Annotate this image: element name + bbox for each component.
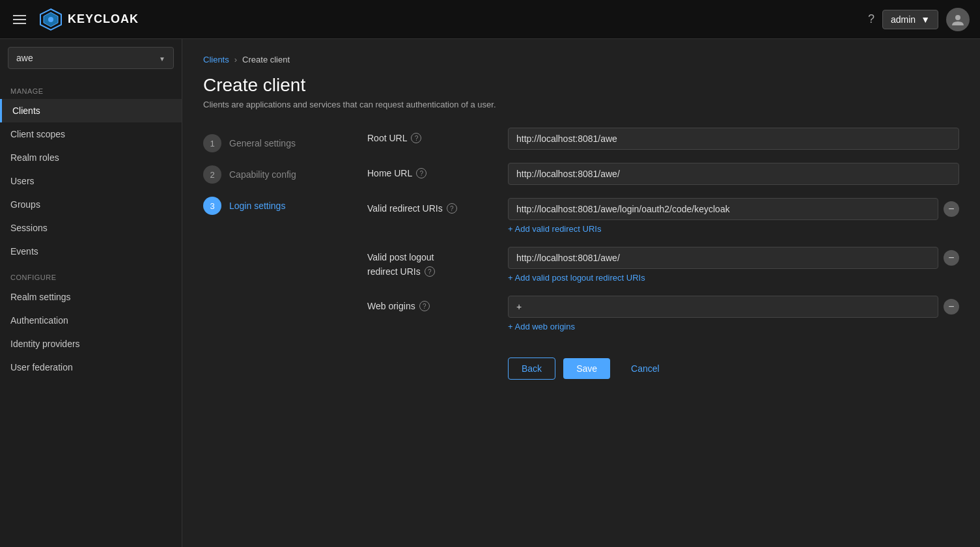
- sidebar-item-realm-roles[interactable]: Realm roles: [0, 146, 182, 169]
- form-container: 1 General settings 2 Capability config 3…: [203, 128, 959, 380]
- valid-redirect-input[interactable]: [508, 198, 938, 220]
- sidebar-item-events[interactable]: Events: [0, 240, 182, 263]
- layout: awe Manage Clients Client scopes Realm r…: [0, 39, 980, 547]
- root-url-row: Root URL ?: [367, 128, 959, 150]
- step-2[interactable]: 2 Capability config: [203, 159, 346, 190]
- hamburger-menu[interactable]: [10, 12, 29, 27]
- step-1-label: General settings: [229, 138, 296, 148]
- breadcrumb-separator: ›: [234, 55, 237, 64]
- sidebar: awe Manage Clients Client scopes Realm r…: [0, 39, 182, 547]
- valid-post-logout-controls: − + Add valid post logout redirect URIs: [508, 247, 959, 283]
- sidebar-item-authentication[interactable]: Authentication: [0, 309, 182, 332]
- admin-dropdown[interactable]: admin ▼: [882, 10, 938, 29]
- svg-point-3: [955, 15, 960, 20]
- realm-chevron-icon: [159, 53, 165, 63]
- button-row: Back Save Cancel: [367, 358, 959, 380]
- remove-web-origins-button[interactable]: −: [944, 299, 959, 315]
- sidebar-item-realm-settings[interactable]: Realm settings: [0, 285, 182, 309]
- home-url-help-icon[interactable]: ?: [416, 168, 427, 178]
- valid-redirect-controls: − + Add valid redirect URIs: [508, 198, 959, 234]
- remove-post-logout-button[interactable]: −: [944, 250, 959, 266]
- web-origins-input-row: −: [508, 296, 959, 318]
- realm-selector[interactable]: awe: [8, 47, 174, 69]
- valid-post-logout-input-row: −: [508, 247, 959, 269]
- root-url-controls: [508, 128, 959, 150]
- avatar[interactable]: [946, 8, 970, 31]
- valid-redirect-label: Valid redirect URIs ?: [367, 198, 497, 214]
- page-description: Clients are applications and services th…: [203, 100, 959, 109]
- root-url-input[interactable]: [508, 128, 959, 150]
- form-fields: Root URL ? Home URL ?: [367, 128, 959, 380]
- step-1[interactable]: 1 General settings: [203, 128, 346, 159]
- valid-redirect-input-row: −: [508, 198, 959, 220]
- topbar-left: KEYCLOAK: [10, 8, 139, 31]
- page-title: Create client: [203, 75, 959, 96]
- admin-label: admin: [891, 14, 916, 25]
- home-url-label: Home URL ?: [367, 163, 497, 178]
- breadcrumb-parent[interactable]: Clients: [203, 55, 229, 64]
- home-url-controls: [508, 163, 959, 185]
- cancel-button[interactable]: Cancel: [618, 358, 673, 379]
- svg-point-2: [48, 17, 53, 22]
- sidebar-item-groups[interactable]: Groups: [0, 193, 182, 216]
- save-button[interactable]: Save: [563, 358, 610, 379]
- sidebar-item-sessions[interactable]: Sessions: [0, 216, 182, 240]
- topbar: KEYCLOAK ? admin ▼: [0, 0, 980, 39]
- web-origins-input[interactable]: [508, 296, 938, 318]
- home-url-row: Home URL ?: [367, 163, 959, 185]
- steps-panel: 1 General settings 2 Capability config 3…: [203, 128, 346, 380]
- web-origins-row: Web origins ? − + Add web origins: [367, 296, 959, 331]
- add-redirect-link[interactable]: + Add valid redirect URIs: [508, 224, 959, 234]
- sidebar-item-clients[interactable]: Clients: [0, 99, 182, 122]
- step-2-number: 2: [203, 165, 221, 184]
- valid-post-logout-input[interactable]: [508, 247, 938, 269]
- valid-redirect-row: Valid redirect URIs ? − + Add valid redi…: [367, 198, 959, 234]
- step-3-number: 3: [203, 197, 221, 215]
- breadcrumb: Clients › Create client: [203, 55, 959, 64]
- add-post-logout-link[interactable]: + Add valid post logout redirect URIs: [508, 273, 959, 283]
- breadcrumb-current: Create client: [242, 55, 290, 64]
- valid-post-logout-help-icon[interactable]: ?: [425, 266, 435, 277]
- home-url-input[interactable]: [508, 163, 959, 185]
- help-icon[interactable]: ?: [868, 12, 875, 26]
- step-3-label: Login settings: [229, 201, 285, 211]
- back-button[interactable]: Back: [508, 358, 555, 380]
- root-url-label: Root URL ?: [367, 128, 497, 143]
- logo-text: KEYCLOAK: [68, 12, 139, 26]
- add-web-origins-link[interactable]: + Add web origins: [508, 322, 959, 331]
- user-avatar-icon: [951, 12, 965, 27]
- manage-section-label: Manage: [0, 77, 182, 99]
- valid-post-logout-row: Valid post logout redirect URIs ? − + Ad…: [367, 247, 959, 283]
- valid-post-logout-label: Valid post logout redirect URIs ?: [367, 247, 497, 277]
- step-1-number: 1: [203, 134, 221, 152]
- step-2-label: Capability config: [229, 169, 296, 180]
- logo-icon: [39, 8, 63, 31]
- remove-redirect-button[interactable]: −: [944, 201, 959, 217]
- web-origins-controls: − + Add web origins: [508, 296, 959, 331]
- web-origins-label: Web origins ?: [367, 296, 497, 311]
- valid-redirect-help-icon[interactable]: ?: [447, 203, 457, 214]
- chevron-down-icon: ▼: [921, 14, 930, 25]
- sidebar-item-users[interactable]: Users: [0, 169, 182, 193]
- sidebar-item-identity-providers[interactable]: Identity providers: [0, 332, 182, 356]
- realm-name: awe: [16, 53, 33, 63]
- topbar-right: ? admin ▼: [868, 8, 970, 31]
- root-url-help-icon[interactable]: ?: [411, 133, 421, 143]
- web-origins-help-icon[interactable]: ?: [419, 301, 430, 311]
- configure-section-label: Configure: [0, 263, 182, 285]
- sidebar-item-user-federation[interactable]: User federation: [0, 356, 182, 379]
- logo: KEYCLOAK: [39, 8, 139, 31]
- sidebar-item-client-scopes[interactable]: Client scopes: [0, 122, 182, 146]
- main-content: Clients › Create client Create client Cl…: [182, 39, 980, 547]
- step-3[interactable]: 3 Login settings: [203, 190, 346, 221]
